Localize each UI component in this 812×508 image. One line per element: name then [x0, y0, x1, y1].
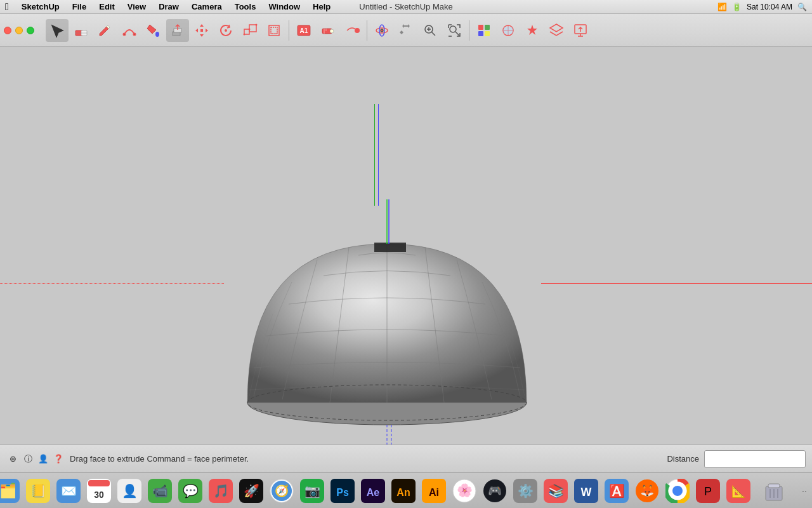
axis-red-right — [541, 283, 812, 284]
tape-measure-tool[interactable] — [317, 19, 339, 42]
menu-sketchup[interactable]: SketchUp — [16, 2, 65, 11]
dock-photos[interactable]: 🌸 — [450, 477, 478, 505]
status-help-icon[interactable]: ❓ — [52, 453, 65, 465]
svg-text:Ae: Ae — [367, 487, 380, 498]
svg-text:🧭: 🧭 — [275, 484, 289, 498]
status-user-icon[interactable]: 👤 — [37, 453, 49, 465]
eraser-tool[interactable] — [70, 19, 93, 42]
svg-text:👤: 👤 — [122, 483, 138, 498]
layers-tool[interactable] — [545, 19, 568, 42]
status-info-icon[interactable]: ⓘ — [22, 453, 34, 465]
dock-word[interactable]: W — [572, 477, 600, 505]
pencil-tool[interactable] — [94, 19, 117, 42]
dock-ae[interactable]: Ae — [359, 477, 387, 505]
svg-rect-33 — [485, 25, 490, 30]
svg-text:🗂️: 🗂️ — [0, 482, 17, 499]
dock-systemprefs[interactable]: ⚙️ — [511, 477, 539, 505]
svg-text:📹: 📹 — [152, 483, 168, 498]
svg-text:🎮: 🎮 — [488, 484, 502, 498]
dock-firefox[interactable]: 🦊 — [633, 477, 661, 505]
dock-music[interactable]: 🎵 — [207, 477, 235, 505]
dock-launchpad[interactable]: 🚀 — [237, 477, 265, 505]
viewport[interactable] — [0, 47, 812, 444]
svg-rect-52 — [88, 480, 110, 486]
svg-text:🚀: 🚀 — [244, 483, 259, 498]
separator-1 — [289, 20, 289, 41]
svg-text:✉️: ✉️ — [61, 483, 77, 498]
paint-bucket-tool[interactable] — [142, 19, 165, 42]
close-button[interactable] — [4, 27, 11, 34]
status-message: Drag face to extrude Command = face peri… — [70, 454, 662, 464]
menu-window[interactable]: Window — [263, 2, 305, 11]
offset-tool[interactable] — [263, 19, 285, 42]
menu-draw[interactable]: Draw — [154, 2, 184, 11]
dock-notes[interactable]: 📒 — [24, 477, 52, 505]
svg-point-22 — [355, 28, 360, 33]
dock-mail[interactable]: ✉️ — [55, 477, 82, 505]
dock-appstore[interactable]: 🅰️ — [603, 477, 631, 505]
separator-3 — [469, 20, 469, 41]
svg-rect-34 — [478, 31, 483, 36]
dock-facetime[interactable]: 📹 — [146, 477, 174, 505]
svg-point-30 — [450, 26, 456, 32]
dock-finder[interactable]: 🗂️ — [0, 477, 22, 505]
svg-text:📒: 📒 — [30, 483, 46, 498]
menu-tools[interactable]: Tools — [230, 2, 261, 11]
dock-safari[interactable]: 🧭 — [268, 477, 296, 505]
dock-messages[interactable]: 💬 — [176, 477, 204, 505]
menu-edit[interactable]: Edit — [94, 2, 120, 11]
svg-point-4 — [134, 33, 136, 35]
pan-tool[interactable] — [395, 19, 417, 42]
menu-right: 📶 🔋 Sat 10:04 AM 🔍 — [717, 3, 807, 11]
dome-shape[interactable] — [225, 187, 549, 444]
search-icon[interactable]: 🔍 — [797, 3, 807, 11]
dock-chrome[interactable] — [664, 477, 691, 505]
zoom-tool[interactable] — [419, 19, 442, 42]
scenes-tool[interactable] — [521, 19, 544, 42]
scale-tool[interactable] — [239, 19, 261, 42]
statusbar: ⊕ ⓘ 👤 ❓ Drag face to extrude Command = f… — [0, 444, 812, 472]
move-tool[interactable] — [190, 19, 213, 42]
dock-capture[interactable]: 📷 — [298, 477, 326, 505]
menu-help[interactable]: Help — [308, 2, 336, 11]
battery-icon: 🔋 — [732, 3, 742, 11]
traffic-lights — [4, 27, 34, 34]
svg-point-12 — [249, 28, 251, 30]
follow-me-tool[interactable] — [341, 19, 363, 42]
text-tool[interactable]: A1 — [292, 19, 315, 42]
svg-rect-40 — [374, 243, 406, 252]
dock-animate[interactable]: An — [390, 477, 417, 505]
menu-camera[interactable]: Camera — [187, 2, 227, 11]
arc-tool[interactable] — [118, 19, 141, 42]
components-tool[interactable] — [473, 19, 495, 42]
dock-calendar[interactable]: 30 — [85, 477, 113, 505]
dock-contacts[interactable]: 👤 — [115, 477, 143, 505]
menu-view[interactable]: View — [122, 2, 151, 11]
maximize-button[interactable] — [27, 27, 34, 34]
dock-books[interactable]: 📚 — [542, 477, 570, 505]
svg-text:🅰️: 🅰️ — [609, 483, 625, 498]
select-tool[interactable] — [46, 19, 69, 42]
dock-sketchup[interactable]: 📐 — [724, 477, 752, 505]
export-tool[interactable] — [569, 19, 592, 42]
svg-point-5 — [155, 32, 159, 37]
distance-input[interactable] — [704, 450, 806, 468]
dock-photoshop[interactable]: Ps — [329, 477, 357, 505]
rotate-tool[interactable] — [214, 19, 237, 42]
status-select-icon[interactable]: ⊕ — [6, 453, 19, 465]
svg-text:🦊: 🦊 — [640, 484, 655, 498]
orbit-tool[interactable] — [370, 19, 393, 42]
dock-illustrator[interactable]: Ai — [420, 477, 448, 505]
axis-red-left — [0, 283, 224, 284]
svg-text:⚙️: ⚙️ — [518, 483, 534, 498]
dock-trash[interactable] — [760, 477, 788, 505]
materials-tool[interactable] — [497, 19, 520, 42]
minimize-button[interactable] — [15, 27, 23, 34]
push-pull-tool[interactable] — [166, 19, 189, 42]
dock-printer[interactable]: P — [694, 477, 722, 505]
menu-file[interactable]: File — [67, 2, 91, 11]
dock-steam[interactable]: 🎮 — [481, 477, 509, 505]
svg-text:A1: A1 — [300, 27, 308, 34]
zoom-extents-tool[interactable] — [443, 19, 466, 42]
apple-menu[interactable]:  — [5, 1, 9, 13]
